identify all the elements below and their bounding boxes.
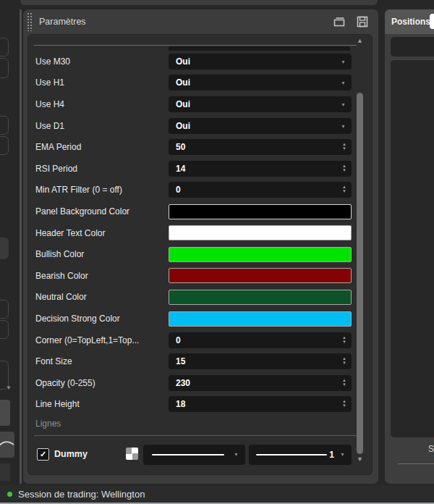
- positions-title: Positions: [391, 17, 430, 27]
- param-color-swatch[interactable]: [169, 204, 352, 219]
- curve-icon: [0, 432, 14, 458]
- session-status-dot: [7, 492, 12, 497]
- positions-titlebar: Positions: [385, 9, 434, 34]
- left-edge-button[interactable]: [0, 300, 9, 319]
- chevron-down-icon[interactable]: ▼: [6, 385, 12, 391]
- color-picker-swatch-icon[interactable]: [126, 448, 138, 460]
- spinner-down-icon[interactable]: ▼: [342, 189, 346, 193]
- param-label: EMA Period: [35, 142, 167, 152]
- save-button[interactable]: [356, 16, 369, 28]
- positions-footer-text: S: [428, 444, 434, 454]
- param-label: Use H1: [35, 77, 167, 88]
- parameters-scroll-area: Use M30 Oui▼ Use H1 Oui▼ Use H4 Oui▼ Use…: [27, 34, 373, 475]
- line-style-dropdown[interactable]: ▼: [143, 445, 245, 465]
- float-window-button[interactable]: [333, 16, 346, 28]
- save-icon: [357, 16, 368, 28]
- param-row: RSI Period 14▲▼: [35, 158, 352, 180]
- left-edge-button[interactable]: [0, 400, 10, 426]
- param-row: Use H1 Oui▼: [35, 72, 352, 94]
- param-dropdown[interactable]: Oui▼: [169, 75, 352, 91]
- param-spinner[interactable]: 0▲▼: [169, 182, 352, 198]
- param-label: Neutral Color: [35, 292, 167, 302]
- param-color-swatch[interactable]: [169, 311, 352, 327]
- left-edge-button[interactable]: [0, 463, 10, 481]
- param-spinner[interactable]: 50▲▼: [169, 139, 352, 155]
- param-spinner[interactable]: 0▲▼: [169, 332, 352, 348]
- parametres-titlebar: Paramètres: [23, 9, 378, 34]
- separator: [34, 45, 357, 46]
- left-edge-button[interactable]: [0, 238, 9, 259]
- lines-section-header: Lignes: [35, 419, 61, 429]
- line-width-dropdown[interactable]: 1 ▼: [249, 445, 352, 465]
- param-label: RSI Period: [35, 164, 167, 174]
- dummy-checkbox-label: Dummy: [54, 449, 88, 459]
- param-dropdown[interactable]: Oui▼: [169, 118, 352, 134]
- param-spinner[interactable]: 18▲▼: [169, 396, 352, 412]
- scrollbar-thumb[interactable]: [357, 93, 363, 454]
- param-label: Use D1: [35, 121, 167, 131]
- status-bar: Session de trading: Wellington: [0, 485, 434, 503]
- param-label: Bearish Color: [35, 271, 167, 281]
- spinner-down-icon[interactable]: ▼: [342, 382, 346, 387]
- param-label: Corner (0=TopLeft,1=Top...: [35, 335, 167, 345]
- section-divider: [34, 435, 357, 436]
- panel-above-edge: [20, 0, 378, 5]
- param-label: Line Height: [35, 399, 167, 409]
- param-spinner[interactable]: 15▲▼: [169, 353, 352, 369]
- left-edge-button[interactable]: [0, 320, 9, 339]
- param-row: Header Text Color: [35, 222, 352, 244]
- param-color-swatch[interactable]: [169, 268, 352, 283]
- chevron-down-icon: ▼: [341, 80, 346, 85]
- spinner-down-icon[interactable]: ▼: [342, 168, 346, 172]
- left-edge-button[interactable]: [0, 432, 14, 458]
- spinner-down-icon[interactable]: ▼: [342, 403, 346, 408]
- left-edge-button[interactable]: [0, 136, 9, 155]
- chevron-down-icon: ▼: [234, 452, 239, 457]
- param-label: Decision Strong Color: [35, 314, 167, 324]
- spinner-down-icon[interactable]: ▼: [342, 146, 346, 151]
- positions-footer-divider: [398, 463, 434, 464]
- param-row: Neutral Color: [35, 287, 352, 308]
- spinner-down-icon[interactable]: ▼: [342, 340, 346, 344]
- param-row: Bearish Color: [35, 265, 352, 287]
- positions-panel: Positions S: [385, 9, 434, 484]
- param-row: Bullish Color: [35, 243, 352, 265]
- param-row: Min ATR Filter (0 = off) 0▲▼: [35, 180, 352, 201]
- param-color-swatch[interactable]: [169, 247, 352, 262]
- param-label: Min ATR Filter (0 = off): [35, 185, 167, 195]
- param-row: Line Height 18▲▼: [35, 394, 352, 416]
- param-spinner[interactable]: 230▲▼: [169, 375, 352, 391]
- panel-splitter[interactable]: [20, 9, 22, 484]
- spinner-down-icon[interactable]: ▼: [342, 361, 346, 365]
- scroll-down-arrow[interactable]: ▼: [357, 455, 363, 463]
- parameter-rows: Use M30 Oui▼ Use H1 Oui▼ Use H4 Oui▼ Use…: [35, 51, 352, 415]
- param-dropdown[interactable]: Oui▼: [169, 96, 352, 112]
- chevron-down-icon: ▼: [341, 102, 346, 107]
- chevron-down-icon: ▼: [341, 59, 346, 64]
- dummy-checkbox[interactable]: ✓: [37, 448, 49, 461]
- line-width-sample: [256, 454, 327, 455]
- chevron-down-icon: ▼: [340, 452, 345, 457]
- positions-titlebar-button[interactable]: [430, 14, 434, 29]
- scroll-up-arrow[interactable]: ▲: [357, 37, 363, 44]
- screen: ▼ Paramètres: [0, 0, 434, 504]
- param-spinner[interactable]: 14▲▼: [169, 161, 352, 177]
- left-edge-button[interactable]: [0, 38, 9, 56]
- line-style-sample: [152, 454, 224, 455]
- param-color-swatch[interactable]: [169, 225, 352, 240]
- left-edge-button[interactable]: [0, 58, 9, 78]
- param-label: Opacity (0-255): [35, 378, 167, 388]
- parametres-window: Paramètres: [23, 9, 378, 484]
- param-dropdown[interactable]: Oui▼: [169, 54, 352, 70]
- param-row: Decision Strong Color: [35, 308, 352, 329]
- param-row: Corner (0=TopLeft,1=Top... 0▲▼: [35, 329, 352, 351]
- param-label: Bullish Color: [35, 249, 167, 259]
- left-edge-button[interactable]: [0, 116, 9, 135]
- positions-table-area: [391, 60, 434, 437]
- param-row: Opacity (0-255) 230▲▼: [35, 372, 352, 394]
- param-label: Use H4: [35, 99, 167, 109]
- param-label: Header Text Color: [35, 228, 167, 238]
- param-row: EMA Period 50▲▼: [35, 136, 352, 158]
- drag-grip-icon[interactable]: [27, 12, 33, 31]
- param-color-swatch[interactable]: [169, 290, 352, 305]
